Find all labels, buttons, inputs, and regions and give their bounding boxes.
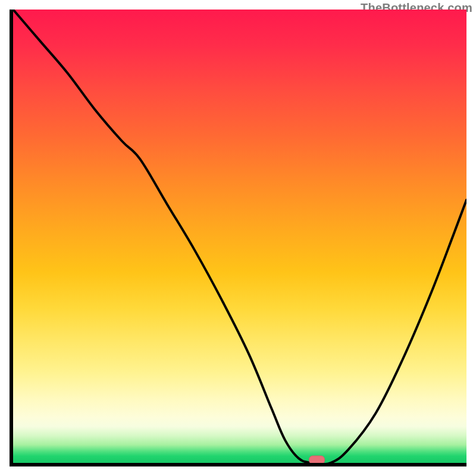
bottleneck-curve bbox=[13, 10, 466, 463]
chart-frame: TheBottleneck.com bbox=[0, 0, 476, 476]
plot-area bbox=[10, 10, 466, 466]
optimal-point-marker bbox=[309, 456, 325, 463]
chart-svg bbox=[13, 10, 466, 463]
